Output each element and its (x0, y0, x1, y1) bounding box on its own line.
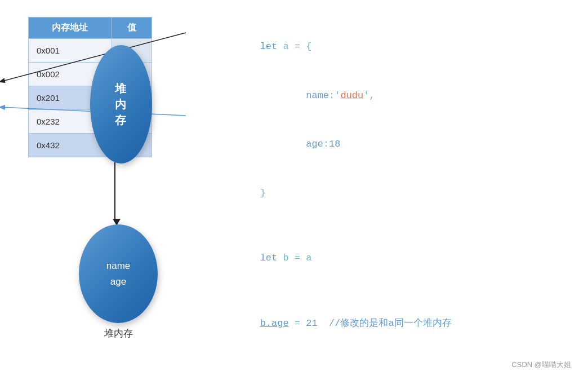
heap-label: 堆内存 (79, 327, 158, 340)
comma: , (369, 90, 375, 101)
code-blank-2 (214, 283, 565, 299)
code-text2: b (277, 253, 295, 263)
prop-name: name (306, 90, 329, 101)
close-brace: } (260, 188, 266, 198)
stack-oval-text3: 存 (115, 112, 127, 128)
eq3: = (289, 318, 306, 329)
watermark: CSDN @喵喵大姐 (511, 360, 571, 370)
keyword-let: let (260, 41, 278, 52)
stack-oval-shape: 堆 内 存 (90, 45, 152, 164)
eq2: = (295, 253, 306, 263)
num-21: 21 (306, 318, 317, 329)
code-text: a (277, 41, 295, 52)
indent2 (260, 139, 306, 149)
heap-oval-shape: name age (79, 224, 158, 323)
col-header-address: 内存地址 (29, 17, 112, 39)
stack-oval-text: 堆 (115, 81, 127, 96)
var-a: a (306, 253, 311, 263)
colon: : (329, 90, 335, 101)
colon2: : (323, 139, 329, 149)
space (318, 318, 329, 329)
code-line-3: age:18 (214, 120, 565, 169)
code-line-6: b.age = 21 //修改的是和a同一个堆内存 (214, 299, 565, 348)
arrow-down (114, 162, 115, 224)
indent (260, 90, 306, 101)
code-eq: = { (295, 41, 312, 52)
col-header-value: 值 (112, 17, 152, 39)
code-block: let a = { name:'dudu', age:18 } let b = … (214, 23, 565, 380)
arrow-line-vertical (114, 162, 115, 219)
right-panel: let a = { name:'dudu', age:18 } let b = … (180, 17, 565, 380)
quote2: ' (363, 90, 369, 101)
heap-oval-age: age (110, 274, 126, 289)
heap-oval-name: name (106, 258, 131, 273)
string-dudu: dudu (340, 90, 363, 101)
quote1: ' (335, 90, 340, 101)
code-line-1: let a = { (214, 23, 565, 72)
code-line-5: let b = a (214, 235, 565, 284)
comment-zh: //修改的是和a同一个堆内存 (329, 318, 452, 329)
keyword-let2: let (260, 253, 278, 263)
stack-oval-text2: 内 (115, 96, 127, 112)
prop-age: age (306, 139, 323, 149)
code-line-2: name:'dudu', (214, 72, 565, 121)
code-line-4: } (214, 169, 565, 218)
left-panel: 内存地址 值 0x001 0x002 0x201 0x232 (23, 17, 180, 157)
stack-memory-oval: 堆 内 存 (90, 45, 152, 164)
b-age-ref: b.age (260, 318, 289, 329)
heap-memory-oval: name age (79, 224, 158, 323)
num-18: 18 (329, 139, 340, 149)
code-blank-1 (214, 218, 565, 235)
main-container: 内存地址 值 0x001 0x002 0x201 0x232 (0, 0, 588, 380)
